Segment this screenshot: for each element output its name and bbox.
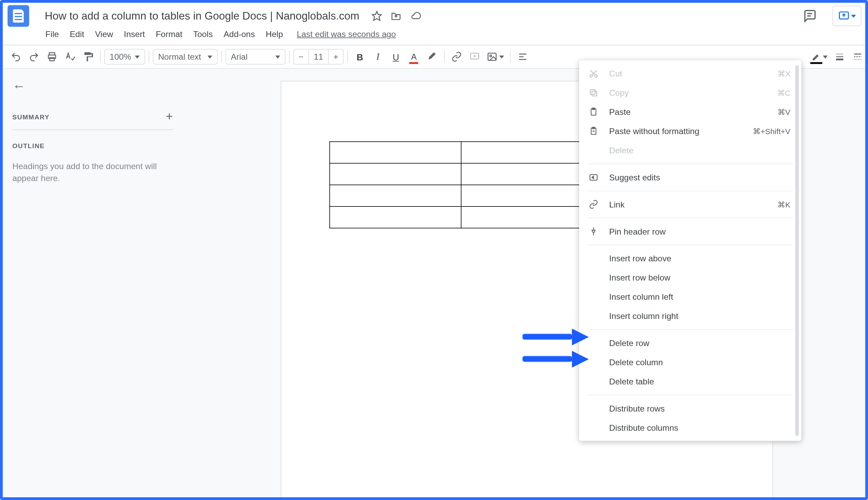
highlight-button[interactable] <box>424 48 440 65</box>
svg-rect-21 <box>592 91 597 96</box>
menu-addons[interactable]: Add-ons <box>219 27 259 41</box>
font-size-increase[interactable]: + <box>328 49 344 65</box>
border-width-button[interactable] <box>831 48 848 65</box>
collapse-outline-button[interactable]: ← <box>12 79 26 94</box>
menu-bar: File Edit View Insert Format Tools Add-o… <box>3 27 868 45</box>
paste-icon <box>588 107 600 117</box>
font-size-field[interactable]: 11 <box>309 49 328 65</box>
redo-button[interactable] <box>26 48 43 65</box>
outline-empty-text: Headings you add to the document will ap… <box>12 160 173 184</box>
copy-icon <box>588 88 600 98</box>
context-paste-without-formatting[interactable]: Paste without formatting ⌘+Shift+V <box>579 122 801 141</box>
comment-history-button[interactable] <box>797 4 821 28</box>
border-style-button[interactable] <box>849 48 866 65</box>
context-menu: Cut ⌘X Copy ⌘C Paste ⌘V Paste without fo… <box>579 60 801 441</box>
svg-point-19 <box>590 75 593 77</box>
context-delete-row[interactable]: Delete row <box>579 333 801 353</box>
context-distribute-columns[interactable]: Distribute columns <box>579 418 801 437</box>
paint-format-button[interactable] <box>80 48 97 65</box>
svg-rect-22 <box>590 90 595 94</box>
context-insert-row-above[interactable]: Insert row above <box>579 249 801 268</box>
context-insert-column-right[interactable]: Insert column right <box>579 307 801 326</box>
text-color-button[interactable]: A <box>406 48 422 65</box>
context-delete-column[interactable]: Delete column <box>579 353 801 372</box>
present-share-button[interactable] <box>832 6 861 26</box>
context-paste[interactable]: Paste ⌘V <box>579 103 801 122</box>
undo-button[interactable] <box>8 48 24 65</box>
outline-heading: OUTLINE <box>12 142 173 149</box>
svg-marker-0 <box>372 11 381 20</box>
menu-insert[interactable]: Insert <box>120 27 149 41</box>
link-icon <box>588 200 600 209</box>
suggest-icon <box>588 172 600 182</box>
cut-icon <box>588 69 600 79</box>
svg-point-20 <box>595 75 597 77</box>
spellcheck-button[interactable] <box>62 48 79 65</box>
paragraph-style-select[interactable]: Normal text <box>153 49 217 65</box>
context-link[interactable]: Link ⌘K <box>579 195 801 214</box>
menu-edit[interactable]: Edit <box>66 27 89 41</box>
print-button[interactable] <box>44 48 60 65</box>
paste-plain-icon <box>588 126 600 136</box>
last-edit-link[interactable]: Last edit was seconds ago <box>297 29 396 39</box>
outline-sidebar: ← SUMMARY + OUTLINE Headings you add to … <box>3 69 183 500</box>
font-select[interactable]: Arial <box>225 49 285 65</box>
insert-link-button[interactable] <box>448 48 465 65</box>
zoom-select[interactable]: 100% <box>104 49 145 65</box>
star-icon[interactable] <box>371 11 382 22</box>
document-title[interactable]: How to add a column to tables in Google … <box>41 9 363 24</box>
menu-help[interactable]: Help <box>261 27 287 41</box>
title-bar: How to add a column to tables in Google … <box>3 3 868 27</box>
annotation-arrow-icon <box>523 351 589 368</box>
insert-comment-button[interactable] <box>466 48 483 65</box>
menu-tools[interactable]: Tools <box>189 27 217 41</box>
context-distribute-rows[interactable]: Distribute rows <box>579 399 801 418</box>
svg-point-9 <box>489 55 491 57</box>
menu-format[interactable]: Format <box>151 27 187 41</box>
context-insert-column-left[interactable]: Insert column left <box>579 287 801 307</box>
align-button[interactable] <box>514 48 531 65</box>
context-suggest-edits[interactable]: Suggest edits <box>579 168 801 187</box>
underline-button[interactable]: U <box>387 48 404 65</box>
pin-icon <box>588 227 600 236</box>
add-summary-button[interactable]: + <box>166 110 173 124</box>
font-size-decrease[interactable]: − <box>293 49 309 65</box>
svg-rect-8 <box>488 53 496 60</box>
bold-button[interactable]: B <box>351 48 368 65</box>
context-delete-table[interactable]: Delete table <box>579 372 801 391</box>
docs-logo-icon[interactable] <box>8 5 29 27</box>
context-menu-scrollbar[interactable] <box>795 65 799 436</box>
border-color-button[interactable] <box>809 48 830 65</box>
context-copy: Copy ⌘C <box>579 83 801 103</box>
context-delete: Delete <box>579 141 801 160</box>
summary-heading: SUMMARY <box>12 113 50 120</box>
cloud-status-icon[interactable] <box>410 11 422 22</box>
annotation-arrow-icon <box>523 329 589 345</box>
italic-button[interactable]: I <box>370 48 386 65</box>
insert-image-button[interactable] <box>484 48 506 65</box>
menu-view[interactable]: View <box>91 27 117 41</box>
move-icon[interactable] <box>391 11 402 22</box>
context-pin-header-row[interactable]: Pin header row <box>579 222 801 241</box>
menu-file[interactable]: File <box>41 27 63 41</box>
context-cut: Cut ⌘X <box>579 64 801 83</box>
context-insert-row-below[interactable]: Insert row below <box>579 268 801 287</box>
